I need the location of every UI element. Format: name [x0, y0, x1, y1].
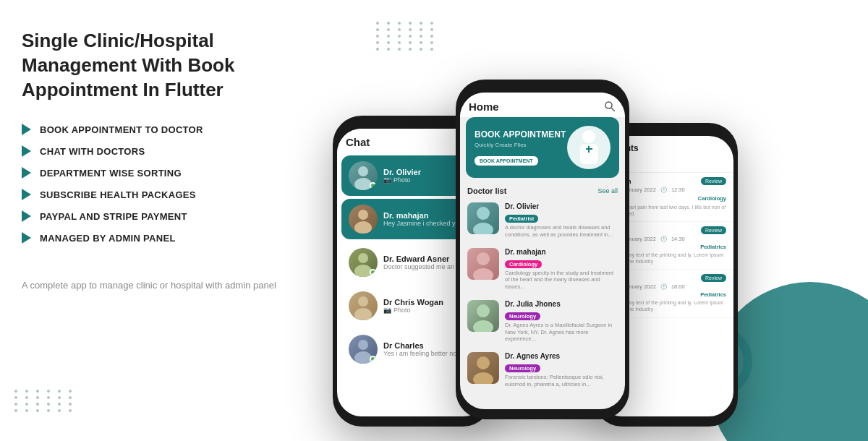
feature-label-5: PAYPAL AND STRIPE PAYMENT [40, 211, 187, 222]
svg-point-18 [477, 252, 490, 265]
svg-point-0 [358, 166, 368, 176]
chat-avatar-wogan [349, 291, 378, 320]
left-panel: Single Clinic/Hospital Management With B… [0, 0, 326, 441]
home-screen-title: Home [469, 100, 499, 113]
svg-point-17 [473, 223, 493, 234]
doctor-info-agnes: Dr. Agnes Ayres Neurology Forensic tando… [505, 352, 618, 388]
svg-point-20 [477, 304, 490, 317]
doctor-info-mahajan: Dr. mahajan Cardiology Cardiology specit… [505, 248, 618, 291]
svg-line-11 [611, 108, 615, 111]
svg-point-22 [477, 356, 490, 369]
doctor-card-4[interactable]: Dr. Agnes Ayres Neurology Forensic tando… [460, 348, 625, 393]
search-icon[interactable] [603, 100, 616, 113]
banner-doctor-illustration [567, 126, 610, 169]
svg-point-21 [473, 320, 493, 332]
doctor-card-3[interactable]: Dr. Julia Jhones Neurology Dr. Agnes Ayr… [460, 296, 625, 348]
doctor-desc-olivier: A doctor diagnoses and treats diseases a… [505, 224, 618, 239]
doctor-desc-mahajan: Cardiology specity in the study and trea… [505, 270, 618, 291]
arrow-icon [22, 124, 31, 135]
doctor-card-2[interactable]: Dr. mahajan Cardiology Cardiology specit… [460, 244, 625, 296]
see-all-link[interactable]: See all [597, 187, 618, 194]
doctor-name-julia: Dr. Julia Jhones [505, 300, 618, 308]
svg-point-16 [477, 207, 490, 220]
review-button-3[interactable]: Review [701, 274, 726, 282]
specialty-badge-pediatrist: Pediatrist [505, 215, 538, 223]
svg-point-23 [473, 372, 493, 384]
page-title: Single Clinic/Hospital Management With B… [22, 29, 304, 102]
feature-label-3: DEPARTMENT WISE SORTING [40, 168, 182, 179]
phones-container: Chat Dr. Olivier [326, 0, 868, 441]
clock-icon: 🕐 [660, 236, 667, 242]
svg-point-19 [473, 268, 493, 280]
online-indicator [370, 269, 376, 275]
chat-avatar-asner [349, 248, 378, 277]
doctor-img-mahajan [467, 248, 499, 280]
chat-avatar-charles [349, 335, 378, 364]
main-container: Single Clinic/Hospital Management With B… [0, 0, 868, 441]
chat-avatar-mahajan [349, 205, 378, 234]
doctor-name-agnes: Dr. Agnes Ayres [505, 352, 618, 360]
home-screen: Home BOOK APPOINTMENT Quickly Create Fil… [460, 93, 625, 409]
doctor-img-julia [467, 300, 499, 332]
clock-icon: 🕐 [660, 283, 667, 290]
svg-point-3 [354, 221, 372, 234]
doctor-card-1[interactable]: Dr. Olivier Pediatrist A doctor diagnose… [460, 198, 625, 244]
arrow-icon [22, 210, 31, 222]
phone-notch [637, 123, 694, 136]
svg-point-2 [358, 210, 368, 220]
doctor-info-olivier: Dr. Olivier Pediatrist A doctor diagnose… [505, 202, 618, 239]
banner-title: BOOK APPOINTMENT [475, 129, 567, 140]
doctor-info-julia: Dr. Julia Jhones Neurology Dr. Agnes Ayr… [505, 300, 618, 343]
home-header: Home [460, 93, 625, 117]
book-appointment-button[interactable]: BOOK APPOINTMENT [475, 156, 538, 166]
svg-point-4 [358, 253, 368, 263]
doctor-list-title: Doctor list [467, 187, 506, 195]
clock-icon: 🕐 [660, 187, 667, 193]
feature-item-6: MANAGED BY ADMIN PANEL [22, 232, 304, 244]
appt-specialty-1: Cardiology [698, 195, 726, 202]
feature-item-4: SUBSCRIBE HEALTH PACKAGES [22, 189, 304, 200]
doctor-name-mahajan: Dr. mahajan [505, 248, 618, 256]
doctor-desc-julia: Dr. Agnes Ayres is a Maxillofacial Surge… [505, 322, 618, 343]
svg-point-6 [358, 296, 368, 307]
appt-specialty-2: Pediatrics [700, 244, 726, 250]
arrow-icon [22, 189, 31, 200]
doctor-img-olivier [467, 202, 499, 234]
svg-point-12 [582, 130, 595, 143]
banner-subtitle: Quickly Create Files [475, 142, 567, 148]
feature-label-1: BOOK APPOINTMENT TO DOCTOR [40, 124, 203, 135]
doctor-name-olivier: Dr. Olivier [505, 202, 618, 210]
feature-list: BOOK APPOINTMENT TO DOCTOR CHAT WITH DOC… [22, 124, 304, 254]
doctor-img-agnes [467, 352, 499, 384]
svg-point-8 [358, 340, 368, 350]
feature-item-2: CHAT WITH DOCTORS [22, 145, 304, 157]
feature-item-1: BOOK APPOINTMENT TO DOCTOR [22, 124, 304, 135]
page-subtitle: A complete app to manage clinic or hospi… [22, 278, 304, 293]
review-button-1[interactable]: Review [701, 177, 726, 185]
svg-point-10 [605, 102, 612, 108]
chat-screen-title: Chat [346, 136, 370, 148]
specialty-badge-cardiology: Cardiology [505, 260, 542, 268]
phone-home: Home BOOK APPOINTMENT Quickly Create Fil… [456, 80, 629, 419]
phone-notch [514, 80, 571, 93]
feature-label-2: CHAT WITH DOCTORS [40, 146, 145, 157]
doctor-desc-agnes: Forensic tandons: Pellentesque odio nisi… [505, 374, 618, 388]
appt-specialty-3: Pediatrics [700, 291, 726, 298]
online-indicator [370, 182, 376, 189]
book-appointment-banner: BOOK APPOINTMENT Quickly Create Files BO… [466, 117, 619, 178]
feature-label-6: MANAGED BY ADMIN PANEL [40, 233, 176, 244]
review-button-2[interactable]: Review [701, 226, 726, 234]
arrow-icon [22, 167, 31, 179]
doctor-list-header: Doctor list See all [460, 184, 625, 198]
chat-avatar-olivier [349, 161, 378, 190]
feature-item-5: PAYPAL AND STRIPE PAYMENT [22, 210, 304, 222]
online-indicator [370, 356, 376, 362]
svg-rect-15 [588, 146, 590, 153]
phone-notch [383, 116, 441, 129]
arrow-icon [22, 145, 31, 157]
specialty-badge-neurology-1: Neurology [505, 312, 540, 320]
feature-label-4: SUBSCRIBE HEALTH PACKAGES [40, 189, 196, 200]
feature-item-3: DEPARTMENT WISE SORTING [22, 167, 304, 179]
photo-icon: 📷 [383, 176, 391, 184]
svg-point-7 [354, 308, 372, 320]
